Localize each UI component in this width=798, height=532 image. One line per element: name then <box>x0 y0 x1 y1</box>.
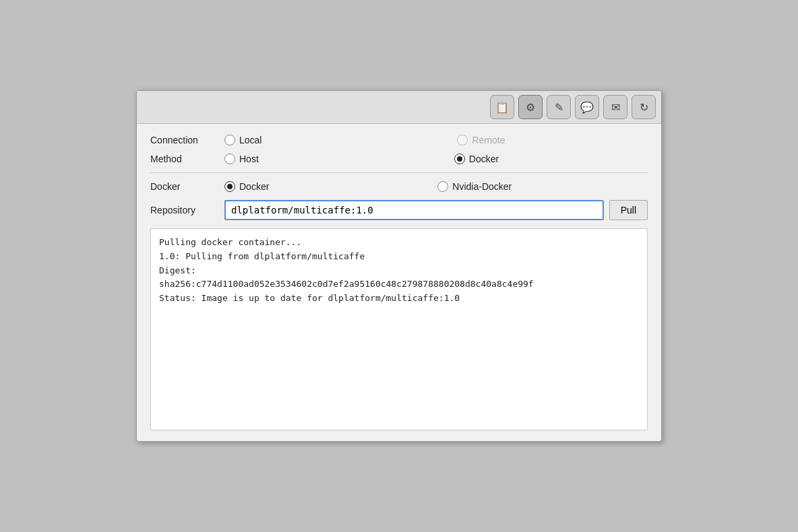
settings-button[interactable]: ⚙ <box>518 95 543 119</box>
output-area: Pulling docker container... 1.0: Pulling… <box>150 228 648 430</box>
method-host-label: Host <box>239 154 259 164</box>
method-docker-radio[interactable] <box>454 154 465 164</box>
clipboard-icon: 📋 <box>495 101 509 114</box>
repository-label: Repository <box>150 205 224 215</box>
content-area: Connection Local Remote Method <box>137 124 661 441</box>
repository-input[interactable] <box>224 200 604 220</box>
clipboard-button[interactable]: 📋 <box>490 95 514 119</box>
mail-button[interactable]: ✉ <box>603 95 627 119</box>
settings-icon: ⚙ <box>526 101 535 114</box>
connection-remote-label: Remote <box>472 135 505 145</box>
main-window: 📋 ⚙ ✎ 💬 ✉ ↻ Connection Local <box>136 90 662 442</box>
compass-button[interactable]: ✎ <box>547 95 571 119</box>
docker-docker-dot <box>227 184 233 189</box>
connection-remote-radio[interactable] <box>457 135 468 145</box>
method-docker-dot <box>457 156 462 162</box>
connection-local-option[interactable]: Local <box>224 135 262 145</box>
docker-docker-label: Docker <box>239 181 269 192</box>
docker-nvidia-radio[interactable] <box>437 181 448 192</box>
chat-button[interactable]: 💬 <box>575 95 599 119</box>
connection-label: Connection <box>150 135 224 145</box>
method-host-option[interactable]: Host <box>224 154 259 164</box>
refresh-button[interactable]: ↻ <box>632 95 656 119</box>
method-docker-label: Docker <box>469 154 499 164</box>
pull-button[interactable]: Pull <box>609 200 648 220</box>
divider <box>150 172 648 173</box>
repository-input-group: Pull <box>224 200 648 220</box>
docker-radio-group: Docker Nvidia-Docker <box>224 181 648 192</box>
connection-row: Connection Local Remote <box>150 135 648 145</box>
connection-local-radio[interactable] <box>224 135 235 145</box>
compass-icon: ✎ <box>555 101 563 114</box>
docker-label: Docker <box>150 181 224 192</box>
repository-row: Repository Pull <box>150 200 648 220</box>
docker-docker-option[interactable]: Docker <box>224 181 269 192</box>
mail-icon: ✉ <box>611 101 620 114</box>
connection-local-label: Local <box>239 135 262 145</box>
docker-row: Docker Docker Nvidia-Docker <box>150 181 648 192</box>
docker-docker-radio[interactable] <box>224 181 235 192</box>
method-radio-group: Host Docker <box>224 154 648 164</box>
toolbar: 📋 ⚙ ✎ 💬 ✉ ↻ <box>137 91 661 124</box>
method-row: Method Host Docker <box>150 154 648 164</box>
docker-nvidia-option[interactable]: Nvidia-Docker <box>437 181 512 192</box>
method-label: Method <box>150 154 224 164</box>
chat-icon: 💬 <box>580 101 594 114</box>
docker-nvidia-label: Nvidia-Docker <box>452 181 512 192</box>
connection-radio-group: Local Remote <box>224 135 648 145</box>
method-docker-option[interactable]: Docker <box>454 154 499 164</box>
refresh-icon: ↻ <box>640 101 648 114</box>
connection-remote-option[interactable]: Remote <box>457 135 505 145</box>
method-host-radio[interactable] <box>224 154 235 164</box>
